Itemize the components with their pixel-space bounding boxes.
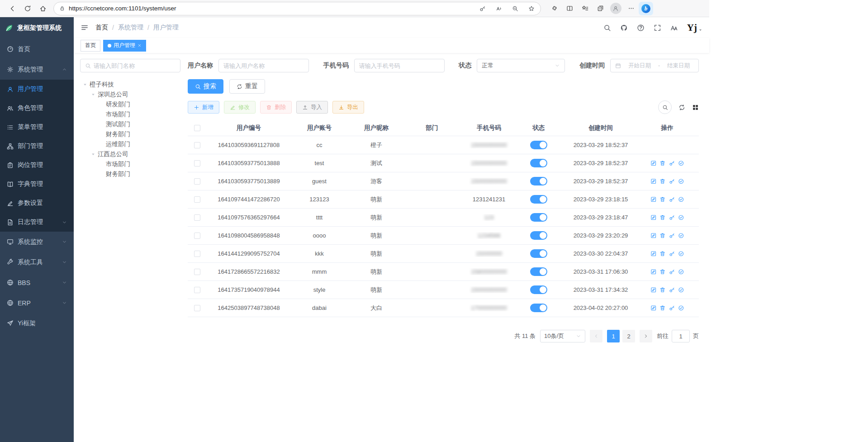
goto-page-input[interactable] <box>672 330 690 342</box>
sidebar-subitem[interactable]: 角色管理 <box>0 99 74 118</box>
refresh-table-icon[interactable] <box>678 104 685 111</box>
reset-password-icon[interactable] <box>669 178 675 185</box>
reset-password-icon[interactable] <box>669 287 675 293</box>
row-checkbox[interactable] <box>194 287 200 293</box>
reset-password-icon[interactable] <box>669 233 675 239</box>
breadcrumb-item[interactable]: 系统管理 <box>118 24 143 32</box>
dept-search-input[interactable] <box>94 62 175 69</box>
status-toggle[interactable] <box>530 231 547 240</box>
assign-role-icon[interactable] <box>678 251 684 257</box>
tree-node[interactable]: 市场部门 <box>80 109 180 119</box>
edit-icon[interactable] <box>650 251 657 257</box>
username-input[interactable] <box>223 62 304 69</box>
search-button[interactable]: 搜索 <box>188 79 223 94</box>
dept-search[interactable] <box>80 59 180 72</box>
help-icon[interactable] <box>637 24 645 32</box>
favorite-star-icon[interactable] <box>525 3 538 14</box>
url-text[interactable]: https://ccnetcore.com:1101/system/user <box>69 5 473 12</box>
date-range-picker[interactable]: 开始日期 - 结束日期 <box>610 59 699 72</box>
username-field[interactable] <box>218 59 309 72</box>
tree-node[interactable]: 财务部门 <box>80 129 180 139</box>
assign-role-icon[interactable] <box>678 214 684 221</box>
sidebar-item[interactable]: BBS <box>0 272 74 293</box>
edit-icon[interactable] <box>650 178 657 185</box>
tree-node[interactable]: 测试部门 <box>80 119 180 129</box>
reset-password-icon[interactable] <box>669 160 675 166</box>
edit-icon[interactable] <box>650 233 657 239</box>
sidebar-subitem[interactable]: 参数设置 <box>0 194 74 213</box>
sidebar-subitem[interactable]: 部门管理 <box>0 137 74 156</box>
favorites-bar-icon[interactable] <box>577 2 593 15</box>
phone-input[interactable] <box>359 62 440 69</box>
sidebar-subitem[interactable]: 字典管理 <box>0 175 74 194</box>
assign-role-icon[interactable] <box>678 160 684 166</box>
delete-icon[interactable] <box>659 214 666 221</box>
delete-icon[interactable] <box>659 251 666 257</box>
sidebar-subitem[interactable]: 日志管理 <box>0 213 74 232</box>
status-toggle[interactable] <box>530 141 547 149</box>
edit-icon[interactable] <box>650 214 657 221</box>
tree-node[interactable]: 研发部门 <box>80 100 180 109</box>
status-toggle[interactable] <box>530 213 547 222</box>
add-button[interactable]: 新增 <box>188 101 219 114</box>
assign-role-icon[interactable] <box>678 305 684 311</box>
read-aloud-icon[interactable] <box>493 3 505 14</box>
tree-node[interactable]: 江西总公司 <box>80 149 180 159</box>
select-all-checkbox[interactable] <box>194 125 200 131</box>
status-toggle[interactable] <box>530 159 547 167</box>
reset-password-icon[interactable] <box>669 305 675 311</box>
tree-node[interactable]: 深圳总公司 <box>80 90 180 100</box>
status-select[interactable]: 正常 <box>477 59 565 72</box>
import-button[interactable]: 导入 <box>296 101 328 114</box>
reset-password-icon[interactable] <box>669 251 675 257</box>
page-button[interactable]: 2 <box>622 330 635 342</box>
phone-field[interactable] <box>354 59 445 72</box>
home-icon[interactable] <box>35 2 51 15</box>
row-checkbox[interactable] <box>194 142 200 148</box>
page-button[interactable]: 1 <box>607 330 620 342</box>
font-size-icon[interactable] <box>670 24 678 32</box>
row-checkbox[interactable] <box>194 178 200 185</box>
user-avatar[interactable]: Yj <box>687 23 702 33</box>
sidebar-toggle-icon[interactable] <box>81 24 89 32</box>
sidebar-item[interactable]: Yi框架 <box>0 313 74 333</box>
reset-password-icon[interactable] <box>669 269 675 275</box>
sidebar-item[interactable]: 系统工具 <box>0 252 74 272</box>
browser-menu-icon[interactable] <box>623 2 639 15</box>
row-checkbox[interactable] <box>194 196 200 203</box>
address-bar[interactable]: https://ccnetcore.com:1101/system/user <box>53 2 541 15</box>
sidebar-subitem[interactable]: 菜单管理 <box>0 118 74 137</box>
password-key-icon[interactable] <box>476 3 489 14</box>
tab[interactable]: 首页 <box>81 40 100 52</box>
profile-avatar[interactable] <box>608 2 623 15</box>
date-start[interactable]: 开始日期 <box>624 62 655 70</box>
delete-button[interactable]: 删除 <box>260 101 292 114</box>
reset-password-icon[interactable] <box>669 196 675 203</box>
row-checkbox[interactable] <box>194 160 200 166</box>
sidebar-item[interactable]: 首页 <box>0 39 74 59</box>
close-icon[interactable] <box>138 43 142 48</box>
reload-icon[interactable] <box>20 2 35 15</box>
edit-icon[interactable] <box>650 196 657 203</box>
split-screen-icon[interactable] <box>562 2 577 15</box>
edit-button[interactable]: 修改 <box>224 101 256 114</box>
github-icon[interactable] <box>620 24 628 32</box>
delete-icon[interactable] <box>659 269 666 275</box>
assign-role-icon[interactable] <box>678 269 684 275</box>
status-toggle[interactable] <box>530 249 547 258</box>
tree-node[interactable]: 运维部门 <box>80 139 180 149</box>
edit-icon[interactable] <box>650 305 657 311</box>
status-toggle[interactable] <box>530 304 547 312</box>
edit-icon[interactable] <box>650 160 657 166</box>
sidebar-subitem[interactable]: 用户管理 <box>0 80 74 99</box>
sidebar-subitem[interactable]: 岗位管理 <box>0 156 74 175</box>
status-toggle[interactable] <box>530 267 547 276</box>
row-checkbox[interactable] <box>194 233 200 239</box>
reset-button[interactable]: 重置 <box>229 79 265 94</box>
delete-icon[interactable] <box>659 233 666 239</box>
collections-icon[interactable] <box>593 2 608 15</box>
edit-icon[interactable] <box>650 287 657 293</box>
next-page-button[interactable] <box>640 330 652 342</box>
assign-role-icon[interactable] <box>678 287 684 293</box>
prev-page-button[interactable] <box>590 330 602 342</box>
